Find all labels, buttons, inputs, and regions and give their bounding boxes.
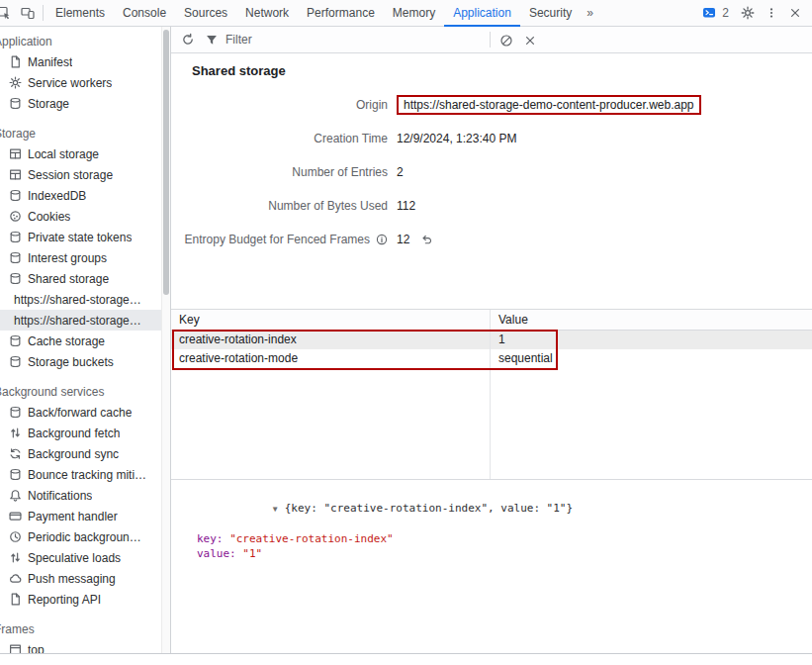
- tab-elements[interactable]: Elements: [46, 0, 114, 27]
- field-label: Entropy Budget for Fenced Frames: [171, 233, 388, 246]
- field-row-number-of-entries: Number of Entries2: [171, 155, 812, 189]
- entries-table: Key Value creative-rotation-index1creati…: [171, 309, 812, 479]
- sidebar-item-background-sync[interactable]: Background sync: [0, 443, 161, 464]
- sidebar-item-payment-handler[interactable]: Payment handler: [0, 506, 161, 526]
- table-row-creative-rotation-mode[interactable]: creative-rotation-modesequential: [171, 349, 812, 368]
- info-icon[interactable]: [375, 234, 388, 246]
- field-value-text: 12: [397, 233, 409, 246]
- sidebar-item-label: Shared storage: [28, 272, 109, 286]
- field-row-entropy-budget-for-fenced-frames: Entropy Budget for Fenced Frames12: [171, 223, 812, 256]
- sidebar-item-service-workers[interactable]: Service workers: [0, 72, 161, 93]
- sidebar-item-back-forward-cache[interactable]: Back/forward cache: [0, 402, 161, 423]
- sidebar-scrollbar-thumb[interactable]: [163, 30, 169, 295]
- sidebar-item-label: https://shared-storage…: [14, 293, 141, 307]
- tab-console[interactable]: Console: [114, 0, 175, 27]
- sidebar-item-label: Push messaging: [28, 572, 116, 586]
- column-header-value[interactable]: Value: [490, 310, 812, 330]
- devtools-tabbar: ElementsConsoleSourcesNetworkPerformance…: [0, 0, 812, 27]
- database-icon: [8, 334, 22, 348]
- sidebar-item-label: Local storage: [28, 147, 99, 161]
- expander-icon[interactable]: ▼: [273, 502, 285, 517]
- sidebar-scrollbar[interactable]: [161, 27, 170, 653]
- database-icon: [8, 251, 22, 265]
- sidebar-item-private-state-tokens[interactable]: Private state tokens: [0, 227, 161, 247]
- kebab-menu-icon[interactable]: [760, 0, 783, 27]
- preview-summary: {key: "creative-rotation-index", value: …: [285, 502, 573, 515]
- refresh-icon[interactable]: [176, 27, 200, 53]
- tab-network[interactable]: Network: [236, 0, 298, 27]
- sidebar-item-speculative-loads[interactable]: Speculative loads: [0, 547, 161, 568]
- sidebar-item-push-messaging[interactable]: Push messaging: [0, 568, 161, 589]
- sidebar-item-shared-storage[interactable]: Shared storage: [0, 268, 161, 289]
- sidebar-item-periodic-backgroun[interactable]: Periodic backgroun…: [0, 526, 161, 547]
- close-devtools-icon[interactable]: [783, 0, 807, 27]
- tab-sources[interactable]: Sources: [175, 0, 236, 27]
- sidebar-item-storage[interactable]: Storage: [0, 93, 161, 114]
- inspect-element-icon[interactable]: [0, 0, 16, 27]
- property-name: value:: [197, 547, 242, 560]
- preview-summary-line: ▼{key: "creative-rotation-index", value:…: [181, 486, 812, 531]
- preview-pane: ▼{key: "creative-rotation-index", value:…: [171, 479, 812, 653]
- sidebar-item-local-storage[interactable]: Local storage: [0, 143, 161, 164]
- sidebar-item-label: Interest groups: [28, 251, 107, 265]
- cell-value: sequential: [490, 349, 812, 368]
- field-value-text: 112: [397, 199, 415, 213]
- sidebar-tree: ApplicationManifestService workersStorag…: [0, 27, 161, 653]
- tabbar-divider: [43, 5, 44, 21]
- delete-all-icon[interactable]: [495, 27, 518, 53]
- sidebar-item-background-fetch[interactable]: Background fetch: [0, 423, 161, 443]
- annotation-origin-box: https://shared-storage-demo-content-prod…: [397, 95, 701, 115]
- tab-memory[interactable]: Memory: [384, 0, 444, 27]
- sidebar-item-notifications[interactable]: Notifications: [0, 485, 161, 506]
- issues-icon[interactable]: [697, 0, 721, 27]
- tab-security[interactable]: Security: [520, 0, 581, 27]
- sidebar-item-label: Cookies: [28, 210, 70, 224]
- cookie-icon: [8, 210, 22, 224]
- tab-performance[interactable]: Performance: [298, 0, 384, 27]
- panel-content: Shared storage Originhttps://shared-stor…: [171, 53, 812, 653]
- field-value: 12: [397, 233, 432, 246]
- delete-selected-icon[interactable]: [518, 27, 542, 53]
- sidebar-item-label: top: [28, 643, 45, 654]
- up-down-arrows-icon: [8, 427, 22, 440]
- tabbar-right-controls: 2: [697, 0, 812, 27]
- document-icon: [8, 593, 22, 607]
- sidebar-item-interest-groups[interactable]: Interest groups: [0, 247, 161, 268]
- sidebar-item-bounce-tracking-miti[interactable]: Bounce tracking miti…: [0, 464, 161, 485]
- sidebar-item-session-storage[interactable]: Session storage: [0, 164, 161, 185]
- section-header-frames: Frames: [0, 620, 161, 639]
- preview-property-key: key: "creative-rotation-index": [197, 531, 812, 546]
- column-header-key[interactable]: Key: [171, 310, 490, 330]
- settings-gear-icon[interactable]: [736, 0, 760, 27]
- sidebar-item-https-shared-storage[interactable]: https://shared-storage…: [0, 310, 161, 331]
- sidebar-item-top[interactable]: top: [0, 639, 161, 653]
- table-row-creative-rotation-index[interactable]: creative-rotation-index1: [171, 331, 812, 349]
- sidebar-item-label: Manifest: [28, 55, 72, 69]
- sidebar-item-label: Storage buckets: [28, 355, 114, 369]
- field-value: 112: [397, 199, 415, 213]
- sidebar-item-cache-storage[interactable]: Cache storage: [0, 331, 161, 351]
- database-icon: [8, 272, 22, 286]
- sidebar-item-indexeddb[interactable]: IndexedDB: [0, 185, 161, 206]
- sidebar-item-reporting-api[interactable]: Reporting API: [0, 589, 161, 610]
- filter-input[interactable]: [226, 33, 448, 47]
- sidebar-item-manifest[interactable]: Manifest: [0, 51, 161, 72]
- table-icon: [8, 168, 22, 182]
- sidebar-item-storage-buckets[interactable]: Storage buckets: [0, 351, 161, 372]
- sidebar-item-cookies[interactable]: Cookies: [0, 206, 161, 227]
- field-row-creation-time: Creation Time12/9/2024, 1:23:40 PM: [171, 122, 812, 155]
- property-value: "creative-rotation-index": [229, 532, 394, 545]
- reset-budget-icon[interactable]: [419, 234, 432, 246]
- more-tabs-button[interactable]: »: [581, 0, 599, 27]
- table-body: creative-rotation-index1creative-rotatio…: [171, 331, 812, 479]
- device-toolbar-icon[interactable]: [16, 0, 40, 27]
- field-value-text: 2: [397, 165, 404, 179]
- cell-value: 1: [490, 331, 812, 349]
- tab-application[interactable]: Application: [444, 0, 520, 27]
- field-label: Number of Bytes Used: [171, 199, 388, 213]
- sidebar-item-https-shared-storage[interactable]: https://shared-storage…: [0, 289, 161, 310]
- issues-count: 2: [722, 6, 729, 20]
- database-icon: [8, 189, 22, 203]
- filter-funnel-icon: [200, 27, 224, 53]
- sidebar-item-label: Storage: [28, 97, 69, 111]
